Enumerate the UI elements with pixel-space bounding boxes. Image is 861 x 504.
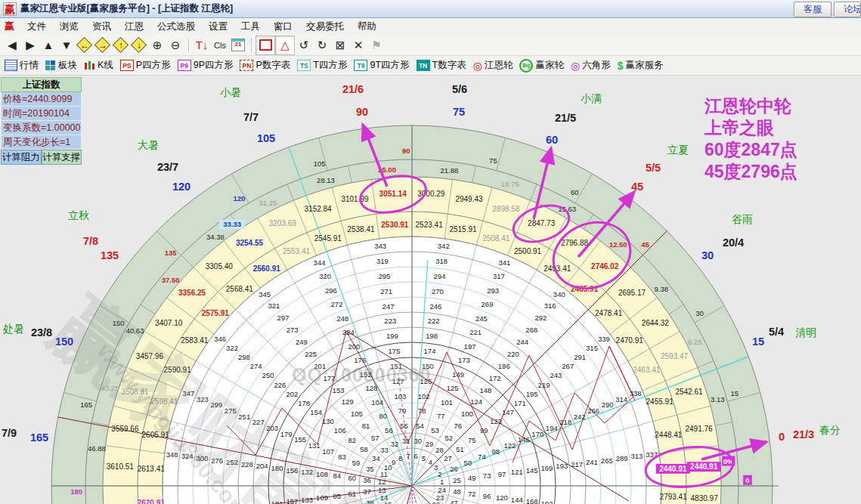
triangle-tool-icon[interactable]: △	[275, 36, 295, 55]
winner-service-label: 赢家服务	[625, 59, 663, 72]
tool-hexagon[interactable]: ◎六角形	[571, 59, 611, 72]
rotate-ccw-icon[interactable]: ↺	[295, 36, 313, 54]
title-bar[interactable]: 赢 赢家江恩专业版[赢家服务平台] - [上证指数 江恩轮] 客服论坛	[0, 0, 861, 18]
menu-item-设置[interactable]: 设置	[202, 20, 234, 33]
wheel-outer-label: 5/4	[769, 326, 784, 338]
wheel-label: 2508.41	[482, 234, 510, 243]
tool-sectors[interactable]: 板块	[45, 59, 77, 72]
gann-wheel[interactable]: 01530456075901051201351501651800%3.136.2…	[0, 76, 861, 504]
tool-winner-service[interactable]: $赢家服务	[618, 59, 664, 72]
cls-button[interactable]: Cls	[211, 36, 229, 54]
rect-tool-icon[interactable]	[256, 36, 275, 55]
wheel-outer-label: 处暑	[2, 323, 24, 335]
wheel-label: 3051.14	[379, 190, 407, 198]
zoom-in-icon[interactable]: ⊕	[148, 36, 166, 54]
wheel-outer-label: 7/8	[83, 235, 98, 247]
tool-t-square[interactable]: TST四方形	[297, 59, 347, 72]
wheel-outer-label: 15	[752, 335, 764, 348]
wheel-label: 12	[378, 478, 386, 486]
wheel-label: 51	[456, 445, 464, 453]
wheel-label: 168	[526, 497, 538, 504]
wheel-outer-label: 7/7	[243, 111, 259, 123]
wheel-label: 2478.41	[595, 309, 623, 317]
wheel-outer-label: 23/8	[31, 326, 52, 339]
tool-t-table[interactable]: TNT数字表	[417, 59, 466, 72]
wheel-label: 275	[225, 407, 237, 415]
wheel-label: 2500.91	[514, 247, 542, 255]
menu-item-文件[interactable]: 文件	[20, 20, 53, 33]
wheel-label: 196	[498, 362, 510, 370]
menu-item-资讯[interactable]: 资讯	[85, 20, 118, 33]
wheel-label: 102	[418, 392, 430, 400]
tool-9p-square[interactable]: P99P四方形	[178, 59, 234, 72]
wheel-label: 197	[464, 342, 476, 351]
wheel-label: 43.75	[101, 384, 119, 392]
sort-icon[interactable]: T↓	[193, 36, 211, 54]
wheel-label: 2898.58	[492, 205, 520, 213]
wheel-label: 127	[392, 377, 404, 385]
menu-item-交易委托[interactable]: 交易委托	[299, 20, 351, 33]
calendar-icon[interactable]: 21	[229, 36, 247, 54]
wheel-outer-label: 150	[55, 335, 73, 348]
wheel-label: 218	[559, 418, 571, 426]
menu-item-工具[interactable]: 工具	[234, 20, 267, 33]
tool-kline[interactable]: K线	[84, 59, 113, 72]
tool-gann-wheel[interactable]: ◎江恩轮	[473, 59, 513, 72]
shrink-icon[interactable]: ✕	[349, 36, 367, 54]
info-panel: 上证指数 价格=2440.9099时间=20190104变换系数=1.00000…	[1, 77, 82, 165]
wheel-label: 120	[233, 194, 245, 203]
tool-9t-square[interactable]: T99T四方形	[354, 59, 409, 72]
wheel-label: 49	[468, 474, 476, 482]
wheel-label: 247	[382, 302, 395, 311]
wheel-label: 271	[380, 287, 392, 295]
wheel-label: 31	[402, 437, 410, 445]
nav-left-icon[interactable]: ◀	[3, 36, 21, 54]
tool-p-table[interactable]: PNP数字表	[240, 59, 290, 72]
9t-square-label: 9T四方形	[370, 59, 409, 72]
calc-support-button[interactable]: 计算支撑	[42, 150, 82, 165]
wheel-label: 98	[492, 447, 500, 456]
menu-item-帮助[interactable]: 帮助	[351, 20, 383, 33]
toolbar-separator	[188, 38, 189, 53]
tool-p-square[interactable]: PSP四方形	[120, 59, 171, 72]
wheel-label: 33.33	[223, 220, 241, 228]
service-button[interactable]: 客服	[794, 2, 832, 17]
chart-area[interactable]: 01530456075901051201351501651800%3.136.2…	[0, 76, 861, 504]
zoom-out-icon[interactable]: ⊖	[166, 36, 184, 54]
wheel-label: 101	[441, 398, 453, 407]
pan-down-icon[interactable]: ↓	[130, 36, 148, 54]
nav-right-icon[interactable]: ▶	[21, 36, 39, 54]
wheel-label: 54	[416, 422, 424, 430]
wheel-label: 2523.41	[416, 221, 444, 229]
box-select-icon[interactable]: ⊠	[331, 36, 349, 54]
wheel-label: 38	[366, 499, 374, 504]
menu-item-江恩[interactable]: 江恩	[118, 20, 150, 33]
nav-down-icon[interactable]: ▼	[57, 36, 76, 54]
wheel-label: 3610.51	[107, 462, 135, 471]
wheel-label: 122	[503, 441, 516, 450]
menu-item-窗口[interactable]: 窗口	[267, 20, 299, 33]
menu-item-公式选股[interactable]: 公式选股	[150, 20, 202, 33]
wheel-outer-label: 60	[546, 134, 558, 146]
pan-up-icon[interactable]: ↑	[112, 36, 130, 54]
menu-item-浏览[interactable]: 浏览	[53, 20, 85, 33]
tool-winner-wheel[interactable]: Big赢家轮	[519, 59, 564, 73]
menu-logo-icon: 赢	[0, 20, 20, 33]
rotate-cw-icon[interactable]: ↻	[313, 36, 331, 54]
wheel-label: 181	[271, 499, 283, 504]
pin-icon[interactable]: ⚑	[367, 36, 386, 54]
tool-quotes[interactable]: 行情	[5, 59, 39, 72]
wheel-label: 3356.25	[178, 289, 206, 297]
calc-resistance-button[interactable]: 计算阻力	[1, 150, 42, 165]
wheel-label: 1	[440, 478, 444, 486]
wheel-label: 157	[286, 497, 298, 504]
pan-left-icon[interactable]: ←	[76, 36, 94, 54]
forum-button[interactable]: 论坛	[834, 2, 861, 17]
wheel-label: 338	[630, 389, 642, 397]
wheel-label: 77	[437, 412, 445, 420]
wheel-label: 169	[541, 464, 553, 472]
nav-up-icon[interactable]: ▲	[39, 36, 57, 54]
pan-right-icon[interactable]: →	[94, 36, 112, 54]
wheel-label: 323	[197, 395, 209, 404]
wheel-outer-label: 21/5	[555, 112, 576, 124]
